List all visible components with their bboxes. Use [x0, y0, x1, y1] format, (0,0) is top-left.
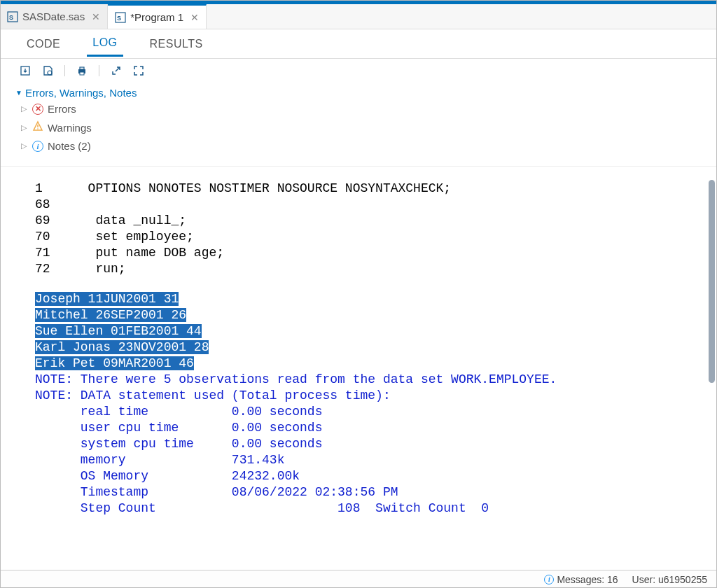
expand-icon: ▷ [21, 123, 28, 132]
filter-header-label: Errors, Warnings, Notes [25, 87, 137, 99]
tab-results[interactable]: RESULTS [144, 32, 209, 56]
error-icon: ✕ [32, 104, 43, 115]
filter-warnings-label: Warnings [48, 122, 92, 134]
caret-down-icon: ▼ [15, 89, 22, 97]
svg-rect-8 [80, 72, 84, 75]
sas-file-icon: S [115, 12, 126, 23]
log-output-block: Joseph 11JUN2001 31 Mitchel 26SEP2001 26… [35, 291, 710, 517]
toolbar-separator [99, 65, 99, 76]
log-toolbar [0, 59, 717, 83]
close-icon[interactable]: ✕ [190, 12, 199, 23]
file-tab-sasdate[interactable]: S SASDate.sas ✕ [0, 4, 108, 29]
tab-code[interactable]: CODE [21, 32, 66, 56]
info-icon: i [544, 575, 554, 584]
log-source-block: 1 OPTIONS NONOTES NOSTIMER NOSOURCE NOSY… [35, 181, 710, 277]
messages-group[interactable]: i Messages: 16 [544, 574, 618, 585]
log-filter-panel: ▼ Errors, Warnings, Notes ▷ ✕ Errors ▷ W… [0, 83, 717, 167]
warning-icon [32, 120, 43, 134]
download-log-icon[interactable] [20, 65, 31, 76]
log-viewport: 1 OPTIONS NONOTES NOSTIMER NOSOURCE NOSY… [0, 167, 717, 547]
fullscreen-icon[interactable] [133, 65, 144, 76]
filter-header[interactable]: ▼ Errors, Warnings, Notes [15, 85, 702, 100]
svg-point-10 [37, 128, 39, 130]
file-tab-label: *Program 1 [130, 11, 183, 23]
log-scrollbar[interactable] [709, 180, 716, 572]
close-icon[interactable]: ✕ [92, 11, 100, 22]
file-tab-program1[interactable]: S *Program 1 ✕ [108, 4, 207, 29]
toolbar-separator [64, 65, 65, 76]
status-bar: i Messages: 16 User: u61950255 [0, 570, 717, 588]
filter-errors[interactable]: ▷ ✕ Errors [15, 100, 702, 118]
sas-file-icon: S [7, 11, 18, 22]
filter-notes-label: Notes (2) [48, 140, 91, 152]
svg-text:S: S [117, 15, 121, 22]
svg-rect-7 [80, 67, 84, 69]
info-icon: i [32, 141, 43, 152]
messages-label: Messages: 16 [557, 574, 618, 585]
filter-errors-label: Errors [48, 103, 76, 115]
scrollbar-thumb[interactable] [709, 180, 715, 383]
tab-log[interactable]: LOG [87, 31, 123, 57]
svg-text:S: S [9, 14, 13, 21]
file-tabs: S SASDate.sas ✕ S *Program 1 ✕ [0, 4, 717, 29]
file-tab-label: SASDate.sas [22, 10, 85, 22]
print-icon[interactable] [76, 65, 88, 76]
popout-icon[interactable] [111, 65, 122, 76]
expand-icon: ▷ [21, 141, 28, 150]
expand-icon: ▷ [21, 104, 28, 113]
user-label: User: u61950255 [632, 574, 707, 585]
save-log-icon[interactable] [42, 65, 53, 76]
view-tabs: CODE LOG RESULTS [0, 29, 717, 59]
svg-point-5 [48, 71, 52, 75]
filter-notes[interactable]: ▷ i Notes (2) [15, 137, 702, 155]
filter-warnings[interactable]: ▷ Warnings [15, 118, 702, 137]
